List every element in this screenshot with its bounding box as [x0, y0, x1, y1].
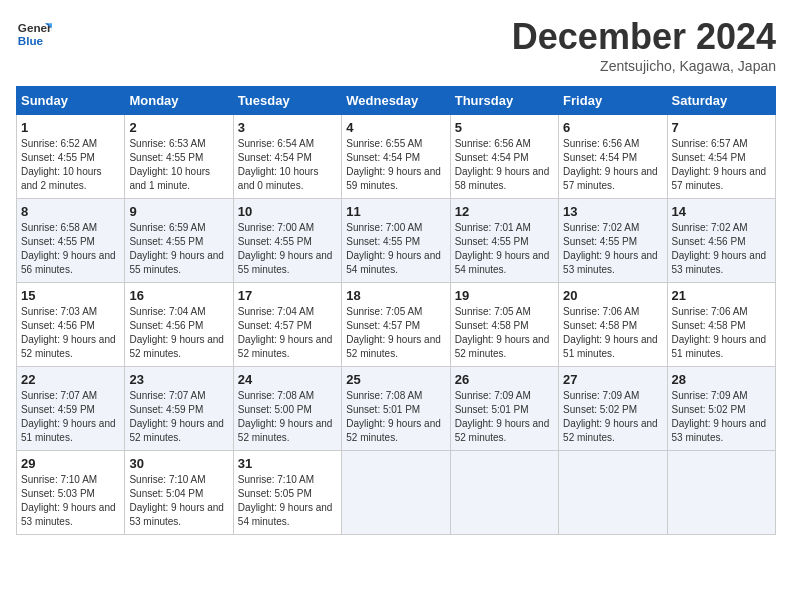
day-detail: Sunrise: 6:54 AMSunset: 4:54 PMDaylight:… [238, 137, 337, 193]
day-detail: Sunrise: 7:00 AMSunset: 4:55 PMDaylight:… [238, 221, 337, 277]
day-number: 31 [238, 456, 337, 471]
day-detail: Sunrise: 6:59 AMSunset: 4:55 PMDaylight:… [129, 221, 228, 277]
day-number: 22 [21, 372, 120, 387]
day-detail: Sunrise: 6:55 AMSunset: 4:54 PMDaylight:… [346, 137, 445, 193]
week-row-2: 8Sunrise: 6:58 AMSunset: 4:55 PMDaylight… [17, 199, 776, 283]
week-row-3: 15Sunrise: 7:03 AMSunset: 4:56 PMDayligh… [17, 283, 776, 367]
day-number: 19 [455, 288, 554, 303]
day-number: 25 [346, 372, 445, 387]
day-detail: Sunrise: 7:02 AMSunset: 4:55 PMDaylight:… [563, 221, 662, 277]
day-number: 13 [563, 204, 662, 219]
calendar-cell: 13Sunrise: 7:02 AMSunset: 4:55 PMDayligh… [559, 199, 667, 283]
svg-text:Blue: Blue [18, 34, 44, 47]
calendar-cell: 1Sunrise: 6:52 AMSunset: 4:55 PMDaylight… [17, 115, 125, 199]
day-detail: Sunrise: 7:09 AMSunset: 5:02 PMDaylight:… [672, 389, 771, 445]
calendar-cell: 19Sunrise: 7:05 AMSunset: 4:58 PMDayligh… [450, 283, 558, 367]
calendar-cell: 2Sunrise: 6:53 AMSunset: 4:55 PMDaylight… [125, 115, 233, 199]
weekday-header-saturday: Saturday [667, 87, 775, 115]
calendar-cell: 6Sunrise: 6:56 AMSunset: 4:54 PMDaylight… [559, 115, 667, 199]
calendar-cell: 21Sunrise: 7:06 AMSunset: 4:58 PMDayligh… [667, 283, 775, 367]
title-area: December 2024 Zentsujicho, Kagawa, Japan [512, 16, 776, 74]
day-detail: Sunrise: 7:10 AMSunset: 5:03 PMDaylight:… [21, 473, 120, 529]
calendar-table: SundayMondayTuesdayWednesdayThursdayFrid… [16, 86, 776, 535]
weekday-header-row: SundayMondayTuesdayWednesdayThursdayFrid… [17, 87, 776, 115]
day-detail: Sunrise: 7:09 AMSunset: 5:01 PMDaylight:… [455, 389, 554, 445]
day-detail: Sunrise: 6:58 AMSunset: 4:55 PMDaylight:… [21, 221, 120, 277]
day-detail: Sunrise: 7:10 AMSunset: 5:04 PMDaylight:… [129, 473, 228, 529]
calendar-cell [450, 451, 558, 535]
day-number: 16 [129, 288, 228, 303]
day-number: 29 [21, 456, 120, 471]
calendar-cell [559, 451, 667, 535]
calendar-cell: 18Sunrise: 7:05 AMSunset: 4:57 PMDayligh… [342, 283, 450, 367]
day-detail: Sunrise: 6:52 AMSunset: 4:55 PMDaylight:… [21, 137, 120, 193]
day-number: 15 [21, 288, 120, 303]
calendar-cell: 12Sunrise: 7:01 AMSunset: 4:55 PMDayligh… [450, 199, 558, 283]
day-detail: Sunrise: 7:03 AMSunset: 4:56 PMDaylight:… [21, 305, 120, 361]
weekday-header-monday: Monday [125, 87, 233, 115]
day-number: 9 [129, 204, 228, 219]
day-detail: Sunrise: 7:00 AMSunset: 4:55 PMDaylight:… [346, 221, 445, 277]
calendar-cell [342, 451, 450, 535]
calendar-cell: 24Sunrise: 7:08 AMSunset: 5:00 PMDayligh… [233, 367, 341, 451]
day-detail: Sunrise: 7:02 AMSunset: 4:56 PMDaylight:… [672, 221, 771, 277]
calendar-cell: 16Sunrise: 7:04 AMSunset: 4:56 PMDayligh… [125, 283, 233, 367]
calendar-cell: 23Sunrise: 7:07 AMSunset: 4:59 PMDayligh… [125, 367, 233, 451]
calendar-cell: 9Sunrise: 6:59 AMSunset: 4:55 PMDaylight… [125, 199, 233, 283]
day-detail: Sunrise: 6:53 AMSunset: 4:55 PMDaylight:… [129, 137, 228, 193]
month-title: December 2024 [512, 16, 776, 58]
day-detail: Sunrise: 7:06 AMSunset: 4:58 PMDaylight:… [672, 305, 771, 361]
header: General Blue December 2024 Zentsujicho, … [16, 16, 776, 74]
day-detail: Sunrise: 7:05 AMSunset: 4:58 PMDaylight:… [455, 305, 554, 361]
day-number: 27 [563, 372, 662, 387]
day-detail: Sunrise: 6:56 AMSunset: 4:54 PMDaylight:… [455, 137, 554, 193]
calendar-cell: 3Sunrise: 6:54 AMSunset: 4:54 PMDaylight… [233, 115, 341, 199]
day-detail: Sunrise: 7:10 AMSunset: 5:05 PMDaylight:… [238, 473, 337, 529]
week-row-4: 22Sunrise: 7:07 AMSunset: 4:59 PMDayligh… [17, 367, 776, 451]
day-number: 4 [346, 120, 445, 135]
day-number: 24 [238, 372, 337, 387]
day-detail: Sunrise: 7:06 AMSunset: 4:58 PMDaylight:… [563, 305, 662, 361]
calendar-cell: 4Sunrise: 6:55 AMSunset: 4:54 PMDaylight… [342, 115, 450, 199]
calendar-cell: 20Sunrise: 7:06 AMSunset: 4:58 PMDayligh… [559, 283, 667, 367]
weekday-header-tuesday: Tuesday [233, 87, 341, 115]
calendar-cell: 22Sunrise: 7:07 AMSunset: 4:59 PMDayligh… [17, 367, 125, 451]
day-detail: Sunrise: 7:01 AMSunset: 4:55 PMDaylight:… [455, 221, 554, 277]
logo: General Blue [16, 16, 52, 52]
day-detail: Sunrise: 7:04 AMSunset: 4:57 PMDaylight:… [238, 305, 337, 361]
week-row-5: 29Sunrise: 7:10 AMSunset: 5:03 PMDayligh… [17, 451, 776, 535]
day-detail: Sunrise: 7:08 AMSunset: 5:01 PMDaylight:… [346, 389, 445, 445]
calendar-cell: 10Sunrise: 7:00 AMSunset: 4:55 PMDayligh… [233, 199, 341, 283]
calendar-cell: 7Sunrise: 6:57 AMSunset: 4:54 PMDaylight… [667, 115, 775, 199]
day-number: 12 [455, 204, 554, 219]
day-number: 23 [129, 372, 228, 387]
day-detail: Sunrise: 7:05 AMSunset: 4:57 PMDaylight:… [346, 305, 445, 361]
day-detail: Sunrise: 7:04 AMSunset: 4:56 PMDaylight:… [129, 305, 228, 361]
calendar-cell: 27Sunrise: 7:09 AMSunset: 5:02 PMDayligh… [559, 367, 667, 451]
calendar-cell: 26Sunrise: 7:09 AMSunset: 5:01 PMDayligh… [450, 367, 558, 451]
day-number: 7 [672, 120, 771, 135]
day-detail: Sunrise: 6:56 AMSunset: 4:54 PMDaylight:… [563, 137, 662, 193]
day-number: 21 [672, 288, 771, 303]
day-number: 26 [455, 372, 554, 387]
weekday-header-friday: Friday [559, 87, 667, 115]
weekday-header-sunday: Sunday [17, 87, 125, 115]
day-number: 8 [21, 204, 120, 219]
day-detail: Sunrise: 7:08 AMSunset: 5:00 PMDaylight:… [238, 389, 337, 445]
day-number: 20 [563, 288, 662, 303]
calendar-cell: 29Sunrise: 7:10 AMSunset: 5:03 PMDayligh… [17, 451, 125, 535]
weekday-header-wednesday: Wednesday [342, 87, 450, 115]
calendar-cell: 5Sunrise: 6:56 AMSunset: 4:54 PMDaylight… [450, 115, 558, 199]
day-number: 3 [238, 120, 337, 135]
calendar-cell: 25Sunrise: 7:08 AMSunset: 5:01 PMDayligh… [342, 367, 450, 451]
calendar-cell: 15Sunrise: 7:03 AMSunset: 4:56 PMDayligh… [17, 283, 125, 367]
day-number: 14 [672, 204, 771, 219]
day-number: 28 [672, 372, 771, 387]
day-detail: Sunrise: 7:07 AMSunset: 4:59 PMDaylight:… [21, 389, 120, 445]
week-row-1: 1Sunrise: 6:52 AMSunset: 4:55 PMDaylight… [17, 115, 776, 199]
calendar-cell: 31Sunrise: 7:10 AMSunset: 5:05 PMDayligh… [233, 451, 341, 535]
day-number: 30 [129, 456, 228, 471]
day-detail: Sunrise: 7:07 AMSunset: 4:59 PMDaylight:… [129, 389, 228, 445]
svg-text:General: General [18, 21, 52, 34]
calendar-cell: 30Sunrise: 7:10 AMSunset: 5:04 PMDayligh… [125, 451, 233, 535]
